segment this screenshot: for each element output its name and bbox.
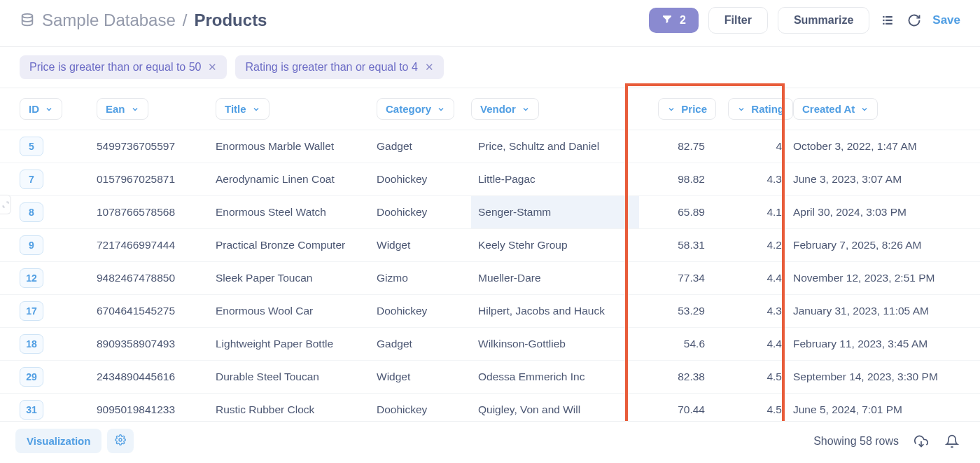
column-header-id[interactable]: ID [20,98,62,120]
cell-title: Enormous Steel Watch [216,196,377,228]
cell-category: Gadget [377,328,471,360]
bell-icon[interactable] [944,433,960,450]
table-body: 55499736705597Enormous Marble WalletGadg… [0,130,980,427]
cell-ean: 1078766578568 [97,196,216,228]
footer-left: Visualization [15,429,134,453]
chevron-down-icon [131,105,139,113]
cell-vendor: Odessa Emmerich Inc [471,361,639,393]
filter-count-value: 2 [680,14,686,27]
cell-vendor: Keely Stehr Group [471,229,639,261]
table-row[interactable]: 176704641545275Enormous Wool CarDoohicke… [0,295,980,328]
table-row[interactable]: 188909358907493Lightweight Paper BottleG… [0,328,980,361]
svg-rect-4 [886,20,892,21]
cell-category: Widget [377,229,471,261]
svg-rect-2 [886,16,892,18]
cell-price: 54.6 [639,328,716,360]
cell-rating: 4.4 [716,328,793,360]
table-row[interactable]: 129482467478850Sleek Paper ToucanGizmoMu… [0,262,980,295]
cell-price: 65.89 [639,196,716,228]
id-badge[interactable]: 7 [20,170,43,189]
close-icon[interactable]: ✕ [208,61,217,74]
cell-title: Practical Bronze Computer [216,229,377,261]
cell-id: 12 [20,262,97,294]
id-badge[interactable]: 31 [20,400,43,420]
cell-title: Enormous Marble Wallet [216,130,377,163]
download-icon[interactable] [913,433,930,450]
save-button[interactable]: Save [932,13,960,27]
cell-price: 53.29 [639,295,716,327]
column-header-rating[interactable]: Rating [728,98,793,120]
refresh-icon[interactable] [906,12,923,29]
cell-category: Gadget [377,130,471,163]
cell-ean: 5499736705597 [97,130,216,163]
column-label: Ean [106,103,125,115]
table-row[interactable]: 292434890445616Durable Steel ToucanWidge… [0,361,980,394]
id-badge[interactable]: 5 [20,137,43,156]
table-row[interactable]: 55499736705597Enormous Marble WalletGadg… [0,130,980,163]
id-badge[interactable]: 17 [20,301,43,321]
settings-button[interactable] [107,429,134,453]
cell-rating: 4.2 [716,229,793,261]
close-icon[interactable]: ✕ [425,61,434,74]
cell-id: 5 [20,130,97,163]
cell-created: October 3, 2022, 1:47 AM [793,130,975,163]
expand-side-tab[interactable] [0,195,11,214]
cell-category: Doohickey [377,295,471,327]
column-header-category[interactable]: Category [377,98,454,120]
column-header-price[interactable]: Price [658,98,716,120]
gear-icon [115,434,126,448]
sort-desc-icon [667,105,676,113]
breadcrumb-database[interactable]: Sample Database [42,11,176,30]
column-label: Price [681,103,707,115]
filter-chip-label: Price is greater than or equal to 50 [29,61,201,74]
cell-ean: 7217466997444 [97,229,216,261]
cell-price: 58.31 [639,229,716,261]
chevron-down-icon [860,105,869,113]
svg-point-0 [22,14,33,18]
column-header-vendor[interactable]: Vendor [471,98,539,120]
filter-chip-price[interactable]: Price is greater than or equal to 50 ✕ [20,55,227,79]
filter-chip-rating[interactable]: Rating is greater than or equal to 4 ✕ [235,55,443,79]
column-label: Rating [751,103,784,115]
filter-chip-label: Rating is greater than or equal to 4 [245,61,417,74]
visualization-button[interactable]: Visualization [15,429,102,453]
column-header-ean[interactable]: Ean [97,98,148,120]
footer-right: Showing 58 rows [813,433,960,450]
cell-rating: 4.4 [716,262,793,294]
cell-title: Lightweight Paper Bottle [216,328,377,360]
header-actions: 2 Filter Summarize Save [649,7,960,34]
filter-icon [662,13,673,27]
cell-ean: 0157967025871 [97,163,216,195]
column-header-created[interactable]: Created At [793,98,878,120]
footer-bar: Visualization Showing 58 rows [0,421,980,463]
table-row[interactable]: 70157967025871Aerodynamic Linen CoatDooh… [0,163,980,196]
column-label: Title [225,103,246,115]
cell-category: Widget [377,361,471,393]
cell-ean: 8909358907493 [97,328,216,360]
cell-created: April 30, 2024, 3:03 PM [793,196,975,228]
column-label: ID [29,103,39,115]
column-header-title[interactable]: Title [216,98,270,120]
id-badge[interactable]: 12 [20,268,43,288]
chevron-down-icon [252,105,260,113]
database-icon [20,13,35,28]
id-badge[interactable]: 18 [20,334,43,354]
summarize-button[interactable]: Summarize [778,7,869,34]
data-table: ID Ean Title Category Vendor Price Ratin… [0,88,980,427]
header-bar: Sample Database / Products 2 Filter Summ… [0,0,980,47]
filter-button[interactable]: Filter [708,7,768,34]
svg-rect-1 [883,16,885,18]
cell-price: 77.34 [639,262,716,294]
editor-icon[interactable] [879,12,896,29]
cell-price: 98.82 [639,163,716,195]
id-badge[interactable]: 29 [20,367,43,387]
svg-point-7 [119,438,122,441]
table-row[interactable]: 97217466997444Practical Bronze ComputerW… [0,229,980,262]
table-row[interactable]: 81078766578568Enormous Steel WatchDoohic… [0,196,980,229]
id-badge[interactable]: 9 [20,235,43,255]
cell-ean: 9482467478850 [97,262,216,294]
active-filters-pill[interactable]: 2 [649,8,699,33]
cell-id: 7 [20,163,97,195]
breadcrumb-table[interactable]: Products [194,11,267,30]
id-badge[interactable]: 8 [20,202,43,222]
